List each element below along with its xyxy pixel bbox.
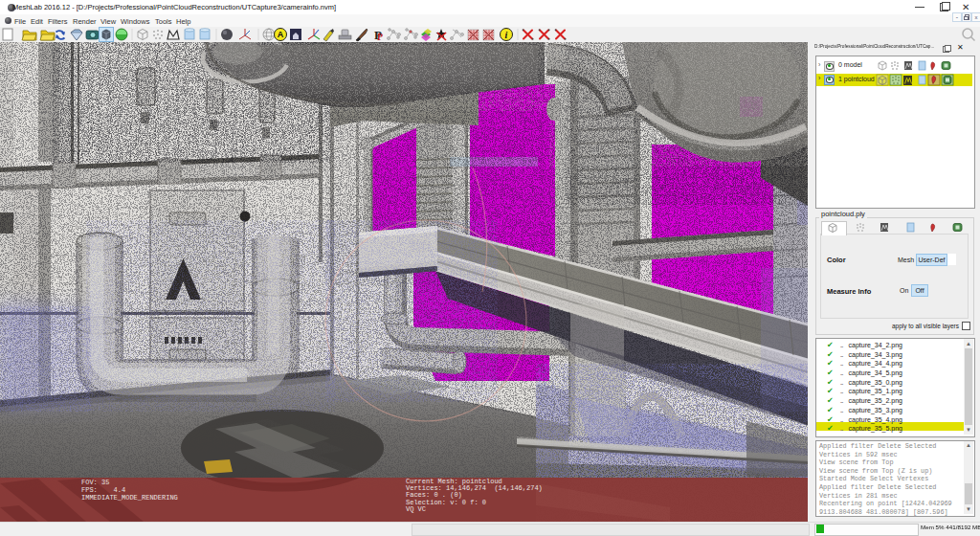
svg-text:i: i	[505, 30, 508, 40]
svg-text:A: A	[278, 30, 284, 39]
svg-text:P: P	[377, 32, 383, 42]
